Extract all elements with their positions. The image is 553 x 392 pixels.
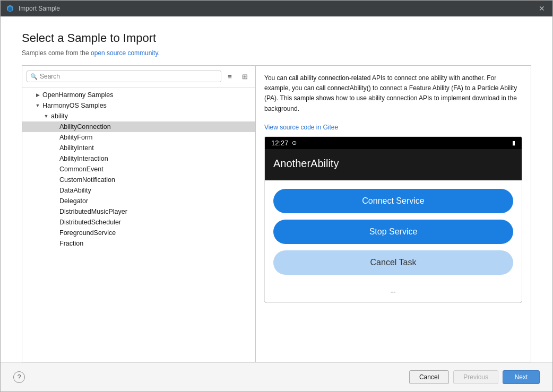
tree-item-dataability[interactable]: DataAbility <box>22 185 255 196</box>
tree-item-distributedscheduler[interactable]: DistributedScheduler <box>22 217 255 228</box>
main-area: 🔍 ≡ ⊞ ▶ OpenHarmony Samples ▼ Harm <box>22 65 531 362</box>
tree-item-label: ability <box>51 112 68 120</box>
spacer <box>51 219 58 226</box>
tree-item-abilityintent[interactable]: AbilityIntent <box>22 143 255 153</box>
spacer <box>51 229 58 237</box>
app-logo <box>6 4 14 13</box>
spacer <box>51 144 58 152</box>
tree-item-ability[interactable]: ▼ ability <box>22 111 255 121</box>
tree-item-label: CommonEvent <box>59 165 103 173</box>
tree: ▶ OpenHarmony Samples ▼ HarmonyOS Sample… <box>22 88 255 362</box>
phone-status-bar: 12:27 ⊙ ▮ <box>265 137 522 149</box>
previous-button[interactable]: Previous <box>453 370 498 384</box>
connect-service-button[interactable]: Connect Service <box>273 189 513 213</box>
spacer <box>51 176 58 184</box>
tree-item-label: AbilityConnection <box>59 123 111 130</box>
dialog: Import Sample ✕ Select a Sample to Impor… <box>0 0 553 392</box>
help-button[interactable]: ? <box>13 371 25 383</box>
left-panel: 🔍 ≡ ⊞ ▶ OpenHarmony Samples ▼ Harm <box>22 66 256 362</box>
tree-item-label: ForegroundService <box>59 229 116 237</box>
subtitle: Samples come from the open source commun… <box>22 49 531 57</box>
description-text: You can call ability connection-related … <box>256 66 531 124</box>
spacer <box>51 165 58 173</box>
search-bar: 🔍 ≡ ⊞ <box>22 66 255 88</box>
tree-item-label: HarmonyOS Samples <box>42 102 107 109</box>
phone-screen-title: AnotherAbility <box>265 149 522 180</box>
window-title: Import Sample <box>19 5 537 12</box>
tree-item-label: AbilityForm <box>59 134 93 141</box>
search-input[interactable] <box>40 73 218 80</box>
tree-item-delegator[interactable]: Delegator <box>22 196 255 206</box>
tree-item-abilityform[interactable]: AbilityForm <box>22 132 255 143</box>
search-icon: 🔍 <box>30 73 38 80</box>
chevron-down-icon: ▼ <box>34 102 41 109</box>
tree-item-label: DistributedScheduler <box>59 219 121 226</box>
tree-item-label: DistributedMusicPlayer <box>59 208 127 215</box>
phone-preview: 12:27 ⊙ ▮ AnotherAbility Connect Service… <box>264 136 522 303</box>
spacer <box>51 208 58 215</box>
chevron-down-icon: ▼ <box>42 112 50 120</box>
view-source-link[interactable]: View source code in Gitee <box>256 124 531 136</box>
tree-item-label: Delegator <box>59 197 88 205</box>
spacer <box>51 197 58 205</box>
tree-item-distributedmusicplayer[interactable]: DistributedMusicPlayer <box>22 206 255 217</box>
phone-battery-icon: ▮ <box>512 140 515 146</box>
community-link[interactable]: open source community. <box>91 49 160 57</box>
right-panel: You can call ability connection-related … <box>256 66 531 362</box>
chevron-right-icon: ▶ <box>34 91 41 99</box>
filter-grid-button[interactable]: ⊞ <box>238 70 251 83</box>
cancel-button[interactable]: Cancel <box>409 370 449 384</box>
tree-item-fraction[interactable]: Fraction <box>22 238 255 249</box>
title-bar: Import Sample ✕ <box>1 1 552 16</box>
next-button[interactable]: Next <box>503 370 540 384</box>
tree-item-label: OpenHarmony Samples <box>42 91 113 99</box>
tree-item-commonevent[interactable]: CommonEvent <box>22 164 255 175</box>
phone-wifi-icon: ⊙ <box>292 140 297 146</box>
tree-item-openharmony[interactable]: ▶ OpenHarmony Samples <box>22 90 255 100</box>
tree-item-abilityconnection[interactable]: AbilityConnection <box>22 121 255 132</box>
filter-sort-button[interactable]: ≡ <box>223 70 236 83</box>
spacer <box>51 155 58 162</box>
tree-item-label: Fraction <box>59 240 83 247</box>
phone-footer-text: -- <box>265 283 522 302</box>
phone-time: 12:27 <box>271 139 289 147</box>
tree-item-harmonyos[interactable]: ▼ HarmonyOS Samples <box>22 100 255 111</box>
search-input-wrap: 🔍 <box>27 71 221 82</box>
spacer <box>51 187 58 194</box>
tree-item-label: CustomNotification <box>59 176 115 184</box>
bottom-right: Cancel Previous Next <box>409 370 540 384</box>
tree-item-label: AbilityIntent <box>59 144 94 152</box>
bottom-left: ? <box>13 371 25 383</box>
tree-item-abilityinteraction[interactable]: AbilityInteraction <box>22 153 255 164</box>
tree-item-foregroundservice[interactable]: ForegroundService <box>22 228 255 238</box>
spacer <box>51 123 58 130</box>
cancel-task-button[interactable]: Cancel Task <box>273 250 513 275</box>
phone-body: Connect Service Stop Service Cancel Task <box>265 180 522 283</box>
bottom-bar: ? Cancel Previous Next <box>1 362 552 391</box>
spacer <box>51 240 58 247</box>
tree-item-label: DataAbility <box>59 187 91 194</box>
spacer <box>51 134 58 141</box>
tree-item-label: AbilityInteraction <box>59 155 108 162</box>
tree-item-customnotification[interactable]: CustomNotification <box>22 175 255 185</box>
page-title: Select a Sample to Import <box>22 31 531 45</box>
close-button[interactable]: ✕ <box>537 3 547 14</box>
stop-service-button[interactable]: Stop Service <box>273 220 513 244</box>
content-area: Select a Sample to Import Samples come f… <box>1 16 552 362</box>
